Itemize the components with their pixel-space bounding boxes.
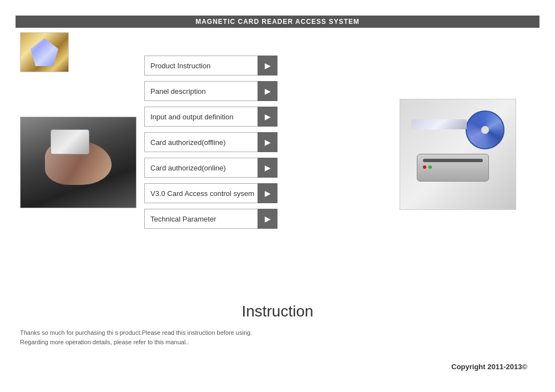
led-red — [423, 165, 426, 169]
reader-body — [417, 154, 489, 182]
menu-item-product-instruction[interactable]: Product Instruction▶ — [144, 56, 278, 76]
reader-lights — [423, 165, 432, 169]
menu-arrow-input-output: ▶ — [258, 107, 278, 127]
menu-arrow-card-online: ▶ — [258, 158, 278, 178]
diamond-image — [20, 32, 69, 72]
menu-item-card-offline[interactable]: Card authorized(offline)▶ — [144, 132, 278, 152]
cardswipe-inner — [21, 117, 136, 208]
menu-arrow-product-instruction: ▶ — [258, 56, 278, 76]
instruction-line2: Regarding more operation details, please… — [20, 339, 189, 345]
menu-area: Product Instruction▶Panel description▶In… — [144, 56, 278, 229]
card-in-reader — [411, 119, 467, 129]
menu-item-input-output[interactable]: Input and output definition▶ — [144, 107, 278, 127]
menu-item-v30-card[interactable]: V3.0 Card Access control sysem▶ — [144, 183, 278, 203]
menu-arrow-panel-description: ▶ — [258, 81, 278, 101]
copyright: Copyright 2011-2013© — [451, 363, 527, 371]
instruction-line1: Thanks so much for purchasing thi s prod… — [20, 329, 252, 336]
menu-item-card-online[interactable]: Card authorized(online)▶ — [144, 158, 278, 178]
menu-label-technical-param: Technical Parameter — [144, 209, 258, 229]
menu-label-product-instruction: Product Instruction — [144, 56, 258, 76]
header-bar: MAGNETIC CARD READER ACCESS SYSTEM — [16, 16, 539, 28]
diamond-shape — [31, 38, 58, 66]
product-inner — [400, 99, 516, 209]
cd-disc — [466, 110, 504, 149]
header-title: MAGNETIC CARD READER ACCESS SYSTEM — [195, 18, 360, 26]
menu-item-panel-description[interactable]: Panel description▶ — [144, 81, 278, 101]
reader-slot — [423, 159, 483, 162]
instruction-section: Instruction Thanks so much for purchasin… — [0, 303, 555, 348]
instruction-text: Thanks so much for purchasing thi s prod… — [20, 328, 252, 348]
menu-arrow-card-offline: ▶ — [258, 132, 278, 152]
menu-label-card-offline: Card authorized(offline) — [144, 132, 258, 152]
instruction-title: Instruction — [241, 303, 313, 320]
product-image — [400, 99, 516, 210]
menu-arrow-v30-card: ▶ — [258, 183, 278, 203]
menu-item-technical-param[interactable]: Technical Parameter▶ — [144, 209, 278, 229]
menu-arrow-technical-param: ▶ — [258, 209, 278, 229]
menu-label-card-online: Card authorized(online) — [144, 158, 258, 178]
cardswipe-image — [20, 117, 137, 208]
menu-label-v30-card: V3.0 Card Access control sysem — [144, 183, 258, 203]
card-shape — [51, 129, 89, 154]
menu-label-panel-description: Panel description — [144, 81, 258, 101]
led-green — [428, 165, 432, 169]
cd-hole — [481, 126, 489, 134]
menu-label-input-output: Input and output definition — [144, 107, 258, 127]
